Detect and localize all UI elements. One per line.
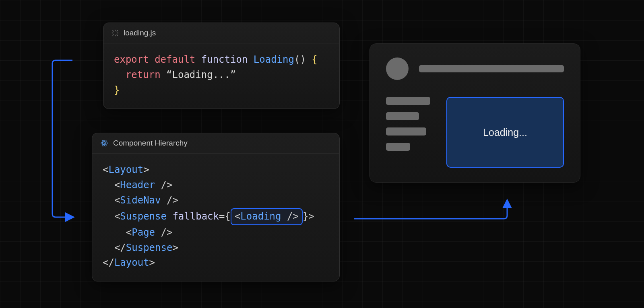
tag-sidenav: SideNav bbox=[120, 195, 161, 206]
panel-title: loading.js bbox=[124, 29, 156, 37]
code-block: export default function Loading() { retu… bbox=[103, 43, 339, 109]
lt: < bbox=[103, 164, 108, 175]
sidenav-item bbox=[386, 112, 419, 120]
indent bbox=[114, 69, 126, 80]
lt: < bbox=[103, 179, 120, 191]
code-panel-hierarchy: Component Hierarchy <Layout> <Header /> … bbox=[92, 133, 340, 281]
string-literal: “Loading...” bbox=[166, 69, 236, 80]
svg-line-7 bbox=[117, 31, 118, 31]
lt-close: </ bbox=[103, 257, 114, 268]
sidenav-item bbox=[386, 143, 410, 151]
self-close: /> bbox=[281, 211, 299, 222]
parens: () bbox=[294, 54, 306, 65]
tag-layout: Layout bbox=[114, 257, 149, 268]
self-close: /> bbox=[155, 179, 172, 191]
self-close: /> bbox=[161, 195, 178, 206]
brace-close-gt: }> bbox=[303, 211, 314, 222]
panel-header: loading.js bbox=[103, 23, 339, 43]
svg-line-6 bbox=[113, 35, 114, 35]
kw-default: default bbox=[155, 54, 201, 65]
title-placeholder bbox=[419, 65, 564, 72]
react-icon bbox=[100, 139, 108, 147]
avatar-placeholder bbox=[386, 57, 409, 80]
panel-header: Component Hierarchy bbox=[92, 133, 339, 154]
brace-open: { bbox=[306, 54, 318, 65]
browser-main: Loading... bbox=[386, 97, 564, 168]
gt: > bbox=[172, 242, 178, 253]
tag-page: Page bbox=[132, 227, 155, 238]
code-panel-loading: loading.js export default function Loadi… bbox=[103, 23, 340, 109]
eq-brace: ={ bbox=[219, 211, 231, 222]
attr-fallback: fallback bbox=[167, 211, 219, 222]
tag-layout: Layout bbox=[108, 164, 143, 175]
svg-point-11 bbox=[104, 143, 105, 144]
gt: > bbox=[149, 257, 155, 268]
tag-suspense: Suspense bbox=[126, 242, 173, 253]
loading-text: Loading... bbox=[483, 127, 527, 138]
lt-close: </ bbox=[103, 242, 126, 253]
code-block: <Layout> <Header /> <SideNav /> <Suspens… bbox=[92, 154, 339, 281]
spinner-icon bbox=[111, 29, 119, 37]
kw-function: function bbox=[201, 54, 254, 65]
sidenav-placeholder bbox=[386, 97, 430, 168]
loading-pill: <Loading /> bbox=[231, 208, 303, 225]
tag-header: Header bbox=[120, 179, 155, 191]
browser-header bbox=[386, 57, 564, 80]
tag-suspense: Suspense bbox=[120, 211, 167, 222]
browser-mock: Loading... bbox=[369, 43, 580, 183]
tag-loading: Loading bbox=[240, 211, 281, 222]
svg-line-2 bbox=[113, 31, 114, 31]
sidenav-item bbox=[386, 97, 430, 105]
lt: < bbox=[103, 211, 120, 222]
fn-name: Loading bbox=[254, 54, 294, 65]
gt: > bbox=[143, 164, 149, 175]
lt: < bbox=[235, 211, 240, 222]
brace-close: } bbox=[114, 84, 120, 96]
svg-line-3 bbox=[117, 35, 118, 35]
self-close: /> bbox=[155, 227, 172, 238]
kw-return: return bbox=[126, 69, 166, 80]
sidenav-item bbox=[386, 127, 426, 136]
lt: < bbox=[103, 227, 132, 238]
panel-title: Component Hierarchy bbox=[113, 139, 188, 148]
loading-content-box: Loading... bbox=[446, 97, 564, 168]
kw-export: export bbox=[114, 54, 155, 65]
lt: < bbox=[103, 195, 120, 206]
